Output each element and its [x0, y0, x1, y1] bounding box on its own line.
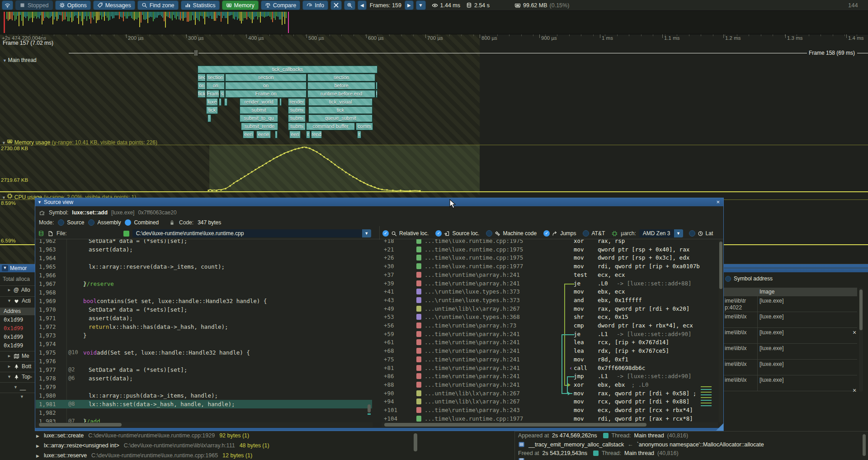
- asm-source-location[interactable]: ...time\luxe.runtime.cpp:1975: [425, 246, 523, 254]
- option-machine-code[interactable]: Machine code: [486, 230, 537, 237]
- memory-tree-item[interactable]: ▼: [20, 394, 24, 399]
- info-scrollbar-thumb[interactable]: [863, 434, 866, 456]
- option-checkbox[interactable]: ✓: [435, 230, 442, 237]
- source-line[interactable]: 1,973}: [36, 331, 372, 340]
- image-cell[interactable]: [luxe.exe]: [760, 298, 784, 304]
- callstack-row[interactable]: [518, 458, 525, 460]
- zone-box[interactable]: t: [376, 90, 377, 98]
- zone-box[interactable]: section: [206, 74, 225, 81]
- zone-box[interactable]: submi: [288, 106, 306, 114]
- zone-box[interactable]: submit_rende: [241, 123, 278, 130]
- zone-box[interactable]: on: [198, 82, 206, 90]
- source-line[interactable]: 1,975@10void add(Set set, luxe::handle::…: [36, 348, 372, 357]
- zone-box[interactable]: [208, 114, 211, 122]
- memory-button[interactable]: Memory: [222, 0, 259, 10]
- symbol-location-cell[interactable]: ime\lib\lx: [725, 345, 756, 352]
- zone-box[interactable]: before: [307, 82, 375, 90]
- asm-instruction-row[interactable]: +59...time\runtime\parray.h:241je.L1-> […: [382, 330, 718, 339]
- source-line[interactable]: 1,980lx::array::push(data->_items, handl…: [36, 391, 372, 400]
- asm-source-location[interactable]: ...time\runtime\parray.h:241: [425, 364, 520, 373]
- source-line[interactable]: 1,974: [36, 340, 372, 348]
- zone-box[interactable]: render_world: [240, 98, 278, 106]
- asm-instruction-row[interactable]: +26...time\luxe.runtime.cpp:1975movdword…: [382, 254, 718, 262]
- zoom-button[interactable]: [344, 0, 355, 10]
- source-line[interactable]: 1,979: [36, 383, 372, 391]
- image-cell[interactable]: [luxe.exe]: [760, 377, 784, 383]
- zone-box[interactable]: [279, 98, 282, 106]
- next-frame-button[interactable]: ▶: [405, 0, 414, 10]
- callstack-row[interactable]: __tracy_emit_memory_alloc_callstack←`ano…: [518, 441, 764, 448]
- memory-tree-item[interactable]: ►@Allo: [7, 287, 30, 293]
- source-line[interactable]: 1,966: [36, 271, 372, 280]
- source-line[interactable]: 1,964: [36, 254, 372, 262]
- panel-close-button[interactable]: ×: [853, 387, 856, 394]
- option-source-loc-[interactable]: ✓Source loc.: [435, 230, 479, 237]
- asm-instruction-row[interactable]: +30...time\luxe.runtime.cpp:1977movrdi, …: [382, 262, 718, 271]
- option-checkbox[interactable]: [486, 230, 492, 237]
- source-line[interactable]: 1,969bool contains(Set set, luxe::handle…: [36, 297, 372, 305]
- asm-instruction-row[interactable]: +104...time\luxe.runtime.cpp:1977movrdi,…: [382, 415, 718, 422]
- source-view-close-button[interactable]: ×: [716, 198, 720, 206]
- zone-box[interactable]: Frame.on: [225, 90, 307, 98]
- asm-source-location[interactable]: ...untime\lib\lx\array.h:267: [425, 389, 520, 398]
- asm-source-location[interactable]: ...time\runtime\parray.h:241: [425, 280, 520, 288]
- zone-box[interactable]: tick: [308, 106, 373, 114]
- source-line[interactable]: 1,962SetData* data = (*sets)[set];: [36, 239, 372, 245]
- statistics-button[interactable]: Statistics: [181, 0, 220, 10]
- symbol-location-cell[interactable]: ime\lib\lx: [725, 313, 756, 320]
- panel-close-button[interactable]: ×: [853, 329, 856, 336]
- asm-source-location[interactable]: ...untime\lib\lx\array.h:267: [425, 398, 520, 406]
- zone-box[interactable]: r: [357, 131, 361, 138]
- memory-tree-item[interactable]: ▼Acti: [7, 298, 31, 304]
- asm-instruction-row[interactable]: +49...untime\lib\lx\array.h:267movrax, q…: [382, 305, 718, 313]
- asm-instruction-row[interactable]: +18...time\luxe.runtime.cpp:1975xorrax, …: [382, 239, 718, 246]
- zone-box[interactable]: tick_callbacks: [198, 66, 377, 73]
- asm-instruction-row[interactable]: +68...time\runtime\parray.h:241leardx, […: [382, 347, 718, 356]
- assembly-hscrollbar-thumb[interactable]: [384, 423, 646, 427]
- zone-box[interactable]: command buffer: [306, 123, 355, 130]
- assembly-vscrollbar-thumb[interactable]: [719, 242, 722, 289]
- zone-box[interactable]: [275, 131, 278, 138]
- asm-source-location[interactable]: ...time\luxe.runtime.cpp:1975: [425, 254, 523, 262]
- expand-arrow-icon[interactable]: ▼: [20, 394, 24, 399]
- table-scrollbar-thumb[interactable]: [859, 289, 863, 330]
- zone-box[interactable]: een: [243, 131, 254, 138]
- asm-instruction-row[interactable]: +81...time\runtime\parray.h:241‹call0x7f…: [382, 364, 718, 373]
- expand-arrow-icon[interactable]: ▶: [36, 434, 39, 438]
- expand-arrow-icon[interactable]: ▼: [7, 299, 11, 303]
- frames-overview-graph[interactable]: [0, 11, 868, 34]
- option-jumps[interactable]: ✓Jumps: [543, 230, 576, 237]
- source-line[interactable]: 1,963assert(data);: [36, 245, 372, 254]
- zone-box[interactable]: sec: [198, 74, 206, 81]
- asm-source-location[interactable]: ...time\luxe.runtime.cpp:1977: [425, 262, 523, 271]
- find-zone-button[interactable]: Find zone: [137, 0, 179, 10]
- source-line[interactable]: 1,983@7} //add: [36, 417, 372, 422]
- asm-instruction-row[interactable]: +75...time\runtime\parray.h:241movr8d, 0…: [382, 356, 718, 364]
- asm-source-location[interactable]: ...time\runtime\parray.h:243: [425, 406, 520, 415]
- bottom-list-scrollbar-thumb[interactable]: [414, 433, 417, 451]
- zone-box[interactable]: on: [225, 82, 307, 90]
- source-line[interactable]: 1,965lx::array::reserve(data->_items, co…: [36, 262, 372, 271]
- source-line[interactable]: 1,981@8lx::hash::set(data->_hash, handle…: [36, 400, 372, 408]
- zone-box[interactable]: s: [220, 90, 225, 98]
- source-view-titlebar[interactable]: ▼Source view×: [35, 198, 723, 206]
- allocation-address[interactable]: 0x1d99: [4, 317, 23, 323]
- asm-source-location[interactable]: ...\runtime\luxe.types.h:373: [425, 288, 520, 296]
- zone-box[interactable]: render: [288, 98, 306, 106]
- mode-radio-circle[interactable]: [88, 219, 94, 226]
- image-cell[interactable]: [luxe.exe]: [760, 313, 784, 320]
- source-line[interactable]: 1,976: [36, 357, 372, 365]
- zone-box[interactable]: een: [289, 131, 301, 138]
- zone-box[interactable]: eene: [256, 131, 271, 138]
- asm-source-location[interactable]: ...time\runtime\parray.h:241: [425, 330, 520, 339]
- image-cell[interactable]: [luxe.exe]: [760, 345, 784, 351]
- asm-instruction-row[interactable]: +39...time\runtime\parray.h:241je.L0-> […: [382, 280, 718, 288]
- zone-box[interactable]: comm: [356, 123, 373, 130]
- zone-box[interactable]: [376, 82, 377, 90]
- allocation-symbol-row[interactable]: ▶luxe::set::reserveC:\dev\luxe-runtime\r…: [36, 452, 252, 459]
- asm-instruction-row[interactable]: +21...time\luxe.runtime.cpp:1975movqword…: [382, 246, 718, 254]
- asm-source-location[interactable]: ...time\runtime\parray.h:73: [425, 322, 516, 330]
- expand-arrow-icon[interactable]: ►: [7, 354, 11, 358]
- mode-radio-circle[interactable]: [125, 219, 131, 226]
- option-latency[interactable]: Lat: [689, 230, 713, 237]
